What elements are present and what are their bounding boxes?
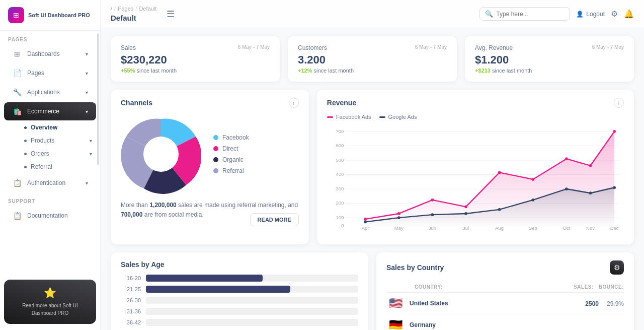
sales-age-title: Sales by Age [121, 260, 165, 269]
main-content: / / Pages / Default Default ☰ 🔍 👤 Logout… [101, 0, 644, 330]
svg-point-44 [613, 186, 616, 189]
channels-legend: Facebook Direct Organic Referral [213, 134, 249, 174]
svg-text:0: 0 [341, 223, 344, 228]
svg-point-40 [498, 208, 501, 211]
sales-date: 6 May - 7 May [238, 44, 270, 50]
svg-text:700: 700 [336, 128, 344, 134]
revenue-legend: Facebook Ads Google Ads [327, 114, 624, 120]
referral-dot [213, 168, 218, 173]
sidebar: ⊞ Soft UI Dashboard PRO PAGES ⊞ Dashboar… [0, 0, 101, 330]
sidebar-sub-referral[interactable]: Referral [16, 160, 100, 173]
us-bounce: 29.9% [604, 300, 624, 307]
pie-chart [121, 114, 201, 194]
us-bounce-value: 29.9% [607, 300, 624, 307]
age-bars: 16-20 21-25 26-30 [121, 275, 358, 330]
bounce-col-label: Bounce: [599, 284, 624, 290]
orders-chevron: ▾ [90, 151, 92, 157]
sidebar-sub-products[interactable]: Products ▾ [16, 134, 100, 147]
auth-chevron: ▾ [86, 180, 88, 186]
svg-point-30 [464, 205, 467, 208]
customers-change-suffix: since last month [314, 68, 354, 74]
svg-point-28 [397, 212, 400, 215]
age-bar-21-25: 21-25 [121, 286, 358, 293]
sales-by-age-panel: Sales by Age 16-20 21-25 [111, 252, 368, 330]
sidebar-item-ecommerce[interactable]: 🛍️ Ecommerce ▾ [4, 102, 96, 120]
svg-point-31 [498, 171, 501, 174]
sidebar-promo[interactable]: ⭐ Read more about Soft UI Dashboard PRO [4, 280, 96, 324]
section-label-support: SUPPORT [0, 192, 100, 206]
direct-dot [213, 146, 218, 151]
breadcrumb-home: / [111, 6, 112, 12]
age-bar-26-30: 26-30 [121, 297, 358, 304]
auth-label: Authentication [27, 179, 65, 186]
sidebar-sub-orders[interactable]: Orders ▾ [16, 147, 100, 160]
logo-icon: ⊞ [8, 7, 24, 23]
col-flag [386, 283, 410, 290]
sales-country-header: Sales by Country ⚙ [386, 260, 624, 275]
us-flag: 🇺🇸 [386, 297, 405, 310]
sales-change-pct: +55% [121, 68, 135, 74]
breadcrumb: / / Pages / Default Default [111, 6, 156, 22]
sales-by-country-panel: Sales by Country ⚙ Country: Sales: Bounc… [376, 252, 634, 330]
svg-text:400: 400 [336, 171, 344, 177]
svg-point-32 [531, 178, 534, 181]
legend-facebook: Facebook [213, 134, 249, 141]
sidebar-item-documentation[interactable]: 📋 Documentation [4, 207, 96, 225]
country-col-headers: Country: Sales: Bounce: [386, 281, 624, 293]
referral-label: Referral [222, 167, 244, 174]
metric-header-customers: Customers 6 May - 7 May [298, 44, 447, 51]
hamburger-menu[interactable]: ☰ [167, 9, 175, 20]
svg-point-0 [143, 137, 179, 172]
sidebar-item-authentication[interactable]: 📋 Authentication ▾ [4, 174, 96, 192]
age-36-42-bg [146, 319, 358, 326]
channels-info-button[interactable]: i [289, 98, 299, 108]
sales-change-suffix: since last month [137, 68, 177, 74]
google-ads-label: Google Ads [388, 114, 417, 120]
sidebar-item-applications[interactable]: 🔧 Applications ▾ [4, 83, 96, 101]
legend-organic: Organic [213, 156, 249, 163]
revenue-panel: Revenue i Facebook Ads Google Ads [317, 90, 634, 244]
col-sales-header: Sales: [569, 283, 594, 290]
revenue-label: Avg. Revenue [475, 44, 513, 51]
revenue-header: Revenue i [327, 98, 624, 108]
page-title: Default [111, 14, 136, 22]
sidebar-scrollbar[interactable] [97, 33, 99, 165]
age-16-20-label: 16-20 [121, 275, 141, 281]
customers-change-pct: +12% [298, 68, 312, 74]
dashboards-chevron: ▾ [86, 51, 88, 57]
svg-point-37 [397, 216, 400, 219]
sales-country-title: Sales by Country [386, 263, 444, 272]
revenue-info-button[interactable]: i [614, 98, 624, 108]
referral-label: Referral [31, 163, 52, 170]
products-dot [24, 140, 27, 142]
de-name: Germany [410, 321, 569, 328]
sales-value: $230,220 [121, 53, 270, 67]
sidebar-item-pages[interactable]: 📄 Pages ▾ [4, 64, 96, 82]
customers-label: Customers [298, 44, 327, 51]
products-chevron: ▾ [90, 138, 92, 144]
legend-google-ads: Google Ads [379, 114, 417, 120]
topbar-right: 🔍 👤 Logout ⚙ 🔔 [479, 7, 634, 21]
metric-card-customers: Customers 6 May - 7 May 3.200 +12% since… [288, 36, 457, 82]
settings-icon[interactable]: ⚙ [611, 9, 618, 19]
products-label: Products [31, 137, 54, 144]
breadcrumb-sep1: / [114, 6, 116, 12]
svg-text:600: 600 [336, 143, 344, 148]
user-icon: 👤 [576, 11, 584, 18]
channels-title: Channels [121, 99, 152, 107]
logout-button[interactable]: 👤 Logout [576, 11, 605, 18]
revenue-date: 6 May - 7 May [592, 44, 624, 50]
search-input[interactable] [496, 11, 565, 18]
us-name: United States [410, 300, 569, 307]
country-settings-button[interactable]: ⚙ [610, 260, 624, 275]
notifications-icon[interactable]: 🔔 [624, 9, 634, 19]
revenue-title: Revenue [327, 99, 356, 107]
sidebar-item-dashboards[interactable]: ⊞ Dashboards ▾ [4, 45, 96, 63]
search-box[interactable]: 🔍 [479, 7, 570, 21]
breadcrumb-pages: Pages [118, 6, 133, 12]
read-more-button[interactable]: READ MORE [250, 213, 299, 226]
revenue-chart-svg: 700 600 500 400 300 200 100 0 Apr May Ju… [327, 124, 624, 235]
sidebar-sub-overview[interactable]: Overview [16, 121, 100, 134]
logo-text: Soft UI Dashboard PRO [28, 12, 90, 19]
overview-label: Overview [31, 124, 57, 131]
